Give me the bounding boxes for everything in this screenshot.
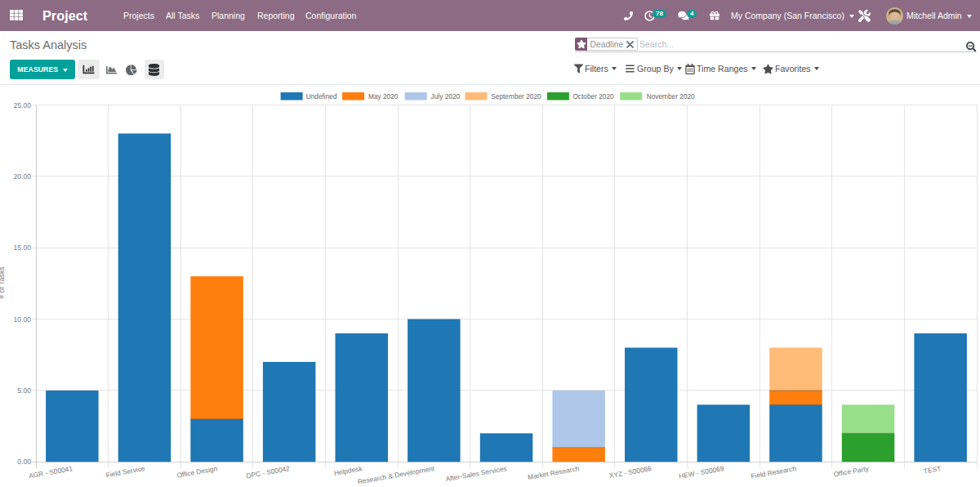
svg-text:Undefined: Undefined <box>306 92 337 101</box>
svg-text:Market Research: Market Research <box>527 464 580 481</box>
svg-text:Field Research: Field Research <box>751 464 798 480</box>
svg-text:15.00: 15.00 <box>13 244 31 252</box>
svg-text:10.00: 10.00 <box>13 315 31 324</box>
svg-text:AGR - S00041: AGR - S00041 <box>28 464 74 480</box>
svg-text:Office Design: Office Design <box>176 464 218 480</box>
svg-text:Helpdesk: Helpdesk <box>333 464 363 477</box>
svg-text:October 2020: October 2020 <box>572 92 614 101</box>
svg-text:0.00: 0.00 <box>17 458 31 466</box>
svg-text:July 2020: July 2020 <box>431 92 461 101</box>
svg-text:November 2020: November 2020 <box>647 92 695 101</box>
svg-text:Office Party: Office Party <box>833 464 870 479</box>
svg-text:HEW - S00069: HEW - S00069 <box>678 464 724 480</box>
svg-text:September 2020: September 2020 <box>491 92 541 101</box>
svg-text:20.00: 20.00 <box>13 172 31 181</box>
svg-text:Field Service: Field Service <box>105 464 146 479</box>
svg-text:XYZ - S00066: XYZ - S00066 <box>608 464 653 480</box>
svg-text:TEST: TEST <box>923 464 942 476</box>
svg-text:# of Tasks: # of Tasks <box>0 266 6 299</box>
svg-text:25.00: 25.00 <box>13 101 31 109</box>
svg-text:May 2020: May 2020 <box>368 92 399 101</box>
svg-text:DPC - S00042: DPC - S00042 <box>246 464 291 480</box>
svg-text:Research & Development: Research & Development <box>357 464 435 486</box>
svg-text:After-Sales Services: After-Sales Services <box>445 464 507 483</box>
svg-text:5.00: 5.00 <box>17 386 31 395</box>
